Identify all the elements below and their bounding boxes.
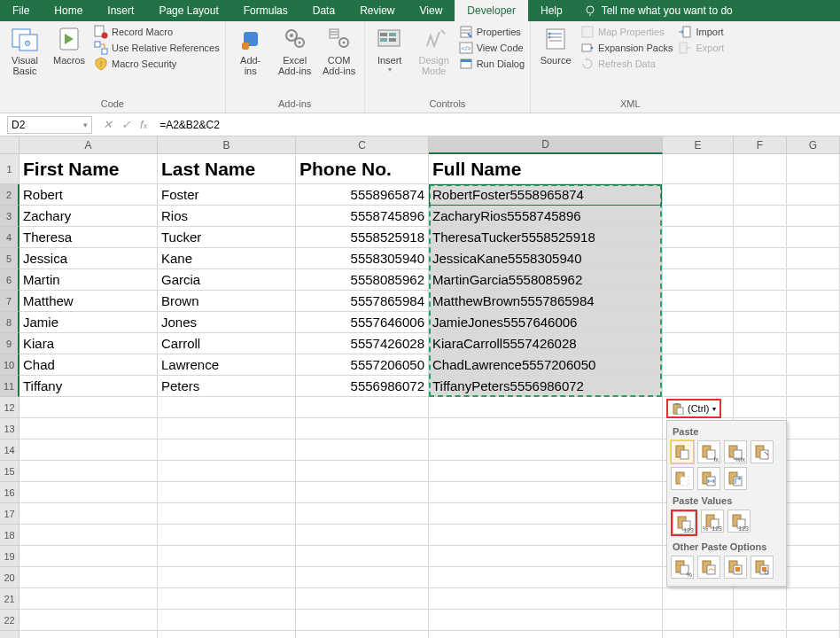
paste-values-numfmt-button[interactable]: %123 [701, 510, 724, 533]
cell[interactable] [296, 610, 429, 631]
cell[interactable] [787, 440, 840, 461]
row-header-11[interactable]: 11 [0, 376, 19, 397]
cell[interactable] [787, 376, 840, 397]
cell[interactable]: Jamie [19, 312, 158, 333]
cell[interactable] [296, 525, 429, 546]
cell[interactable] [158, 397, 296, 418]
cell[interactable] [787, 354, 840, 376]
cell[interactable] [19, 588, 158, 610]
cell[interactable] [663, 333, 734, 354]
cell[interactable] [296, 588, 429, 610]
cell[interactable]: 5557426028 [296, 333, 429, 354]
cell[interactable] [429, 418, 663, 440]
cell[interactable] [663, 154, 734, 184]
cell[interactable] [663, 227, 734, 248]
cell[interactable] [429, 503, 663, 525]
design-mode-button[interactable]: Design Mode [415, 23, 454, 78]
cell[interactable]: Brown [158, 291, 296, 312]
cell[interactable]: Kiara [19, 333, 158, 354]
cell[interactable] [296, 440, 429, 461]
cell[interactable] [158, 418, 296, 440]
paste-picture-button[interactable] [724, 556, 747, 579]
cell[interactable] [734, 312, 787, 333]
paste-formatting-button[interactable]: % [671, 556, 694, 579]
cell[interactable]: 5558965874 [296, 184, 429, 206]
paste-all-button[interactable] [671, 440, 694, 463]
cell[interactable] [296, 482, 429, 503]
cell[interactable] [663, 376, 734, 397]
row-header-9[interactable]: 9 [0, 333, 19, 354]
cell[interactable]: 5557865984 [296, 291, 429, 312]
row-header-16[interactable]: 16 [0, 482, 19, 503]
paste-values-button[interactable]: 123 [673, 511, 696, 534]
cell[interactable]: ChadLawrence5557206050 [429, 354, 663, 376]
row-header-19[interactable]: 19 [0, 546, 19, 567]
cell[interactable] [787, 397, 840, 418]
record-macro-button[interactable]: Record Macro [94, 25, 220, 39]
cell[interactable] [734, 248, 787, 269]
cell[interactable]: Peters [158, 376, 296, 397]
fx-icon[interactable]: fx [140, 118, 147, 131]
cell[interactable] [663, 588, 734, 610]
cell[interactable] [734, 376, 787, 397]
com-addins-button[interactable]: COM Add-ins [320, 23, 359, 78]
cell[interactable] [296, 397, 429, 418]
cell[interactable] [787, 154, 840, 184]
cell[interactable]: JamieJones5557646006 [429, 312, 663, 333]
cell[interactable]: 5557206050 [296, 354, 429, 376]
cell[interactable] [158, 610, 296, 631]
cell[interactable] [734, 588, 787, 610]
column-header-E[interactable]: E [663, 136, 734, 154]
cell[interactable] [158, 503, 296, 525]
cell[interactable]: Theresa [19, 227, 158, 248]
cell[interactable] [429, 588, 663, 610]
cell[interactable]: Phone No. [296, 154, 429, 184]
cell[interactable] [19, 418, 158, 440]
cell[interactable] [296, 631, 429, 638]
cell[interactable] [787, 248, 840, 269]
cell[interactable] [19, 610, 158, 631]
cell[interactable] [158, 546, 296, 567]
cell[interactable] [787, 312, 840, 333]
cell[interactable] [429, 567, 663, 588]
cell[interactable] [663, 269, 734, 291]
row-header-2[interactable]: 2 [0, 184, 19, 206]
cell[interactable] [663, 312, 734, 333]
cell[interactable]: TiffanyPeters5556986072 [429, 376, 663, 397]
cell[interactable] [734, 397, 787, 418]
cell[interactable] [787, 610, 840, 631]
tab-formulas[interactable]: Formulas [231, 0, 300, 21]
row-header-22[interactable]: 22 [0, 610, 19, 631]
tab-help[interactable]: Help [528, 0, 575, 21]
cell[interactable] [787, 418, 840, 440]
cell[interactable] [296, 567, 429, 588]
cell[interactable]: Zachary [19, 206, 158, 227]
cell[interactable] [734, 154, 787, 184]
cell[interactable] [734, 227, 787, 248]
cell[interactable] [19, 482, 158, 503]
paste-link-button[interactable] [697, 556, 720, 579]
row-header-8[interactable]: 8 [0, 312, 19, 333]
cell[interactable] [19, 397, 158, 418]
cell[interactable] [158, 482, 296, 503]
cell[interactable]: Kane [158, 248, 296, 269]
cell[interactable]: 5558525918 [296, 227, 429, 248]
cell[interactable] [663, 248, 734, 269]
cell[interactable]: Chad [19, 354, 158, 376]
cell[interactable] [787, 227, 840, 248]
insert-button[interactable]: Insert ▾ [370, 23, 409, 75]
cell[interactable] [158, 525, 296, 546]
tab-review[interactable]: Review [347, 0, 407, 21]
cell[interactable] [663, 291, 734, 312]
cell[interactable] [787, 269, 840, 291]
excel-addins-button[interactable]: Excel Add-ins [276, 23, 315, 78]
tab-developer[interactable]: Developer [455, 0, 528, 21]
tab-data[interactable]: Data [300, 0, 347, 21]
cell[interactable] [787, 333, 840, 354]
cancel-icon[interactable]: ✕ [103, 118, 113, 131]
cell[interactable]: ZacharyRios5558745896 [429, 206, 663, 227]
row-header-18[interactable]: 18 [0, 525, 19, 546]
tell-me-search[interactable]: Tell me what you want to do [575, 0, 733, 21]
cell[interactable] [787, 482, 840, 503]
row-header-6[interactable]: 6 [0, 269, 19, 291]
